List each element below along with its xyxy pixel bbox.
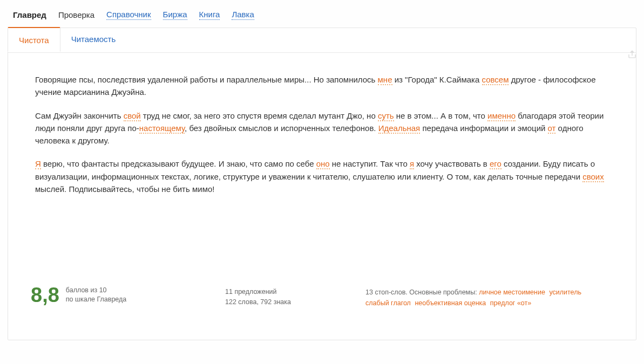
score-number: 8,8	[31, 285, 59, 305]
highlight-word[interactable]: именно	[487, 111, 516, 121]
text-span: мыслей. Подписывайтесь, чтобы не бить ми…	[35, 184, 214, 194]
stats-block: 11 предложений 122 слова, 792 знака	[225, 285, 344, 307]
nav-item-book[interactable]: Книга	[199, 10, 220, 20]
problems-prefix: 13 стоп-слов. Основные проблемы:	[365, 289, 479, 296]
paragraph-1: Говорящие псы, последствия удаленной раб…	[35, 73, 609, 99]
share-icon[interactable]	[627, 50, 637, 59]
highlight-word[interactable]: мне	[378, 75, 392, 85]
tab-readability[interactable]: Читаемость	[60, 27, 127, 52]
text-span: верю, что фантасты предсказывают будущее…	[41, 159, 316, 168]
problem-tag[interactable]: слабый глагол	[365, 299, 411, 307]
paragraph-2: Сам Джуэйн закончить свой труд не смог, …	[35, 109, 609, 147]
problems-block: 13 стоп-слов. Основные проблемы: личное …	[365, 285, 609, 308]
text-span: Сам Джуэйн закончить	[35, 111, 124, 120]
brand-logo[interactable]: Главред	[13, 10, 46, 19]
highlight-word[interactable]: оно	[316, 159, 330, 169]
stats-words: 122 слова, 792 знака	[225, 297, 344, 307]
highlight-word[interactable]: от	[548, 123, 556, 134]
score-line-1: баллов из 10	[66, 286, 126, 296]
nav-item-check[interactable]: Проверка	[58, 10, 94, 19]
tab-cleanliness[interactable]: Чистота	[8, 27, 60, 52]
problem-tag[interactable]: необъективная оценка	[415, 299, 486, 307]
score-text: баллов из 10 по шкале Главреда	[66, 286, 126, 305]
tabs: Чистота Читаемость	[8, 28, 636, 53]
highlight-word[interactable]: настоящему	[139, 123, 185, 134]
nav-item-exchange[interactable]: Биржа	[163, 10, 187, 20]
stats-sentences: 11 предложений	[225, 287, 344, 297]
highlight-word[interactable]: Я	[35, 159, 41, 169]
problem-tag[interactable]: личное местоимение	[479, 289, 545, 296]
problem-tag[interactable]: предлог «от»	[490, 299, 531, 307]
highlight-word[interactable]: свой	[124, 111, 141, 121]
score-line-2: по шкале Главреда	[66, 295, 126, 305]
score-block: 8,8 баллов из 10 по шкале Главреда	[31, 285, 204, 305]
text-span: не в этом... А в том, что	[394, 111, 487, 120]
nav-item-shop[interactable]: Лавка	[232, 10, 254, 20]
text-span: хочу участвовать в	[414, 159, 490, 168]
text-editor[interactable]: Говорящие псы, последствия удаленной раб…	[8, 53, 636, 279]
text-span: Говорящие псы, последствия удаленной раб…	[35, 75, 378, 84]
highlight-word[interactable]: суть	[378, 111, 394, 121]
text-span: , без двойных смыслов и испорченных теле…	[185, 123, 378, 133]
text-span: из "Города" К.Саймака	[392, 75, 482, 84]
highlight-word[interactable]: совсем	[482, 75, 509, 85]
nav-item-reference[interactable]: Справочник	[106, 10, 151, 20]
paragraph-3: Я верю, что фантасты предсказывают будущ…	[35, 157, 609, 195]
highlight-word[interactable]: его	[490, 159, 501, 169]
editor-panel: Чистота Читаемость Говорящие псы, послед…	[8, 28, 636, 340]
top-nav: Главред Проверка Справочник Биржа Книга …	[0, 0, 644, 28]
highlight-word[interactable]: Идеальная	[378, 123, 421, 134]
highlight-word[interactable]: своих	[582, 172, 604, 182]
text-span: передача информации и эмоций	[420, 123, 547, 133]
text-span: не наступит. Так что	[330, 159, 410, 168]
highlight-word[interactable]: я	[410, 159, 414, 169]
problem-tag[interactable]: усилитель	[549, 289, 581, 296]
footer-stats: 8,8 баллов из 10 по шкале Главреда 11 пр…	[8, 279, 636, 324]
text-span: труд не смог, за него это спустя время с…	[141, 111, 378, 120]
